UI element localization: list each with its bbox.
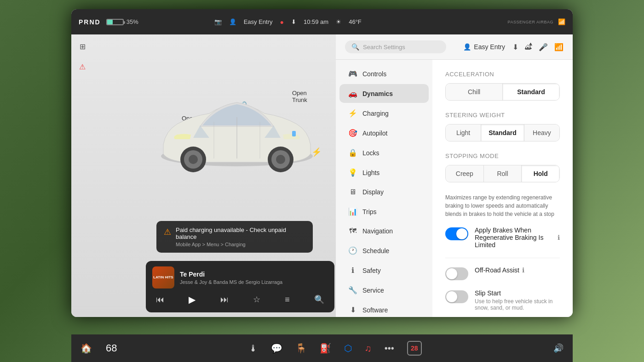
controls-icon: 🎮: [348, 69, 358, 78]
temperature-display: 68: [106, 342, 117, 354]
sidebar-item-service[interactable]: 🔧 Service: [339, 281, 429, 300]
sidebar-item-safety[interactable]: ℹ Safety: [339, 261, 429, 280]
tent-header-icon[interactable]: 🏕: [525, 43, 532, 51]
album-art: LATIN HITS: [152, 266, 174, 288]
alert-text: Paid charging unavailable - Check unpaid…: [176, 226, 305, 247]
search-music-button[interactable]: 🔍: [312, 293, 326, 306]
slip-start-label: Slip Start Use to help free vehicle stuc…: [475, 289, 560, 311]
left-nav-icons: ⊞ ⚠: [75, 39, 90, 74]
display-icon: 🖥: [348, 188, 358, 196]
nav-icon-grid[interactable]: ⊞: [75, 39, 90, 54]
search-placeholder: Search Settings: [363, 44, 405, 51]
main-screen: PRND 35% 📷 👤 Easy Entry ● ⬇ 10:59 am ☀ 4…: [71, 9, 573, 317]
svg-point-3: [189, 155, 198, 164]
steering-weight-btn-group: Light Standard Heavy: [445, 124, 560, 141]
heat-icon[interactable]: 🌡: [249, 343, 258, 354]
stopping-creep-btn[interactable]: Creep: [446, 165, 484, 182]
schedule-label: Schedule: [362, 247, 389, 255]
stopping-roll-btn[interactable]: Roll: [484, 165, 522, 182]
svg-rect-10: [292, 131, 296, 136]
sidebar-item-software[interactable]: ⬇ Software: [339, 300, 429, 317]
acceleration-standard-btn[interactable]: Standard: [503, 84, 559, 100]
more-icon[interactable]: •••: [385, 343, 394, 354]
settings-content: Acceleration Chill Standard Steering Wei…: [432, 60, 573, 317]
apply-brakes-toggle[interactable]: [445, 227, 468, 240]
steering-standard-btn[interactable]: Standard: [481, 124, 524, 141]
schedule-icon: 🕐: [348, 246, 358, 255]
mic-header-icon[interactable]: 🎤: [539, 43, 548, 51]
search-box[interactable]: 🔍 Search Settings: [345, 40, 446, 53]
offroad-assist-info-icon[interactable]: ℹ: [522, 266, 524, 274]
sidebar-item-lights[interactable]: 💡 Lights: [339, 163, 429, 182]
status-icons: PASSENGER AIRBAG 📶: [508, 18, 565, 25]
navigation-icon: 🗺: [348, 227, 358, 235]
bluetooth-icon[interactable]: ⬡: [344, 343, 352, 354]
slip-start-knob: [446, 291, 457, 302]
sidebar-item-autopilot[interactable]: 🎯 Autopilot: [339, 124, 429, 142]
taskbar-right: 🔊: [553, 343, 564, 353]
taskbar-left: 🏠 68: [80, 342, 117, 354]
lights-label: Lights: [362, 169, 380, 176]
seatbelt-icon[interactable]: 🪑: [295, 343, 307, 354]
easy-entry-header-label: Easy Entry: [474, 43, 505, 51]
passenger-airbag-label: PASSENGER AIRBAG: [508, 20, 553, 24]
sidebar-item-navigation[interactable]: 🗺 Navigation: [339, 222, 429, 240]
download-header-icon[interactable]: ⬇: [512, 43, 518, 51]
status-center: 📷 👤 Easy Entry ● ⬇ 10:59 am ☀ 46°F: [214, 18, 362, 26]
favorite-button[interactable]: ☆: [251, 293, 262, 306]
safety-icon: ℹ: [348, 266, 358, 275]
sidebar-item-trips[interactable]: 📊 Trips: [339, 202, 429, 221]
slip-start-toggle[interactable]: [445, 290, 468, 303]
sidebar-item-dynamics[interactable]: 🚗 Dynamics: [339, 84, 429, 103]
prnd-display: PRND: [79, 18, 101, 26]
download-icon: ⬇: [291, 18, 296, 25]
easy-entry-label: Easy Entry: [244, 18, 273, 25]
music-player: LATIN HITS Te Perdi Jesse & Joy & Banda …: [146, 261, 334, 312]
software-icon: ⬇: [348, 305, 358, 314]
easy-entry-badge[interactable]: Easy Entry: [244, 18, 273, 25]
autopilot-icon: 🎯: [348, 129, 358, 137]
apply-brakes-knob: [456, 228, 467, 239]
apply-brakes-row: Apply Brakes When Regenerative Braking I…: [445, 226, 560, 249]
sidebar-item-locks[interactable]: 🔒 Locks: [339, 143, 429, 162]
signal-header-icon[interactable]: 📶: [554, 43, 564, 51]
status-bar: PRND 35% 📷 👤 Easy Entry ● ⬇ 10:59 am ☀ 4…: [71, 9, 573, 34]
stopping-hold-btn[interactable]: Hold: [522, 165, 559, 182]
prev-button[interactable]: ⏮: [154, 293, 166, 306]
sidebar-item-charging[interactable]: ⚡ Charging: [339, 104, 429, 123]
next-button[interactable]: ⏭: [218, 293, 230, 306]
display-label: Display: [362, 188, 384, 196]
nav-icon-warning[interactable]: ⚠: [75, 59, 90, 74]
play-button[interactable]: ▶: [187, 292, 197, 307]
offroad-assist-row: Off-Road Assist ℹ: [445, 266, 560, 280]
alert-sub-text: Mobile App > Menu > Charging: [176, 242, 305, 247]
apply-brakes-info-icon[interactable]: ℹ: [558, 234, 560, 241]
wiper-icon[interactable]: ⛽: [320, 343, 331, 354]
navigation-label: Navigation: [362, 227, 393, 235]
alert-triangle-icon: ⚠: [164, 227, 171, 237]
acceleration-chill-btn[interactable]: Chill: [446, 84, 503, 100]
sidebar-item-schedule[interactable]: 🕐 Schedule: [339, 241, 429, 260]
sidebar-item-display[interactable]: 🖥 Display: [339, 183, 429, 201]
steering-light-btn[interactable]: Light: [446, 124, 481, 141]
artist-name: Jesse & Joy & Banda MS de Sergio Lizarra…: [180, 279, 282, 285]
trips-label: Trips: [362, 208, 377, 215]
calendar-icon[interactable]: 28: [407, 341, 422, 356]
alert-main-text: Paid charging unavailable - Check unpaid…: [176, 226, 305, 240]
battery-info: 35%: [106, 18, 138, 25]
service-label: Service: [362, 287, 384, 294]
offroad-assist-toggle[interactable]: [445, 267, 468, 280]
sun-icon: ☀: [336, 18, 341, 25]
volume-icon[interactable]: 🔊: [553, 343, 564, 353]
temperature-display: 46°F: [349, 18, 362, 25]
sidebar-item-controls[interactable]: 🎮 Controls: [339, 64, 429, 83]
section-separator-1: [445, 258, 560, 258]
home-icon[interactable]: 🏠: [80, 343, 92, 354]
equalizer-button[interactable]: ≡: [283, 293, 292, 306]
lights-icon: 💡: [348, 168, 358, 177]
music-icon[interactable]: ♫: [365, 343, 372, 354]
chat-icon[interactable]: 💬: [271, 343, 282, 354]
easy-entry-header-btn[interactable]: 👤 Easy Entry: [463, 43, 505, 51]
steering-heavy-btn[interactable]: Heavy: [524, 124, 559, 141]
music-controls: ⏮ ▶ ⏭ ☆ ≡ 🔍: [152, 292, 328, 307]
